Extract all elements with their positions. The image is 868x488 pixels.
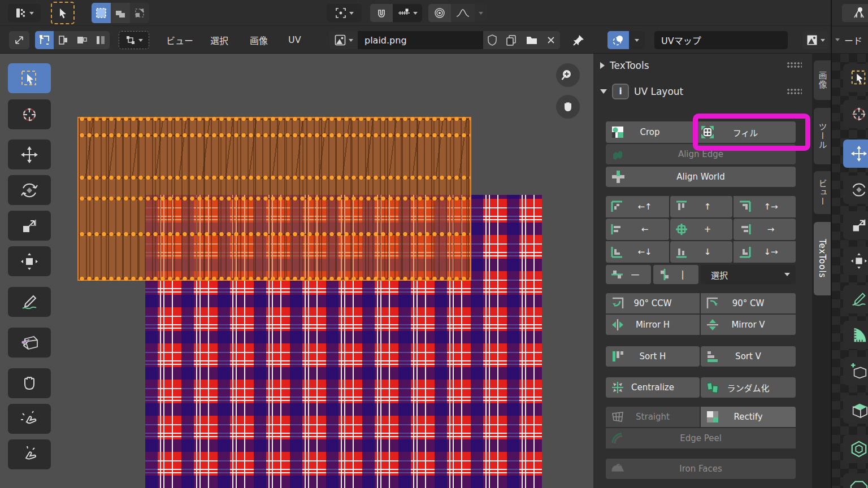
relax-brush-tool[interactable] bbox=[8, 404, 51, 434]
align-mode-dropdown[interactable]: 選択 bbox=[701, 265, 796, 284]
align-bottom-left-button[interactable]: ←↓ bbox=[606, 241, 669, 263]
uv-vertex-row[interactable] bbox=[79, 175, 470, 180]
uv-vertex-row[interactable] bbox=[79, 196, 470, 201]
align-edge-button[interactable]: Align Edge bbox=[606, 144, 796, 164]
vp-move-tool[interactable] bbox=[843, 140, 868, 168]
mode-label[interactable]: ード bbox=[844, 33, 862, 47]
uv-sync-select-toggle[interactable] bbox=[9, 31, 29, 49]
uv-select-island-button[interactable] bbox=[91, 31, 110, 49]
vp-annotate-tool[interactable] bbox=[843, 285, 868, 313]
open-image-button[interactable] bbox=[522, 31, 542, 49]
menu-image[interactable]: 画像 bbox=[246, 26, 271, 54]
vp-measure-tool[interactable] bbox=[843, 321, 868, 349]
vp-cursor-tool[interactable] bbox=[843, 100, 868, 128]
sticky-select-dropdown[interactable] bbox=[119, 31, 149, 49]
panel-grip-icon[interactable] bbox=[787, 62, 802, 68]
display-channels-dropdown[interactable] bbox=[802, 31, 828, 49]
vp-rotate-tool[interactable] bbox=[843, 176, 868, 204]
proportional-edit-toggle[interactable] bbox=[428, 4, 451, 22]
menu-uv[interactable]: UV bbox=[285, 26, 305, 54]
pan-gizmo[interactable] bbox=[556, 95, 580, 119]
mirror-h-button[interactable]: Mirror H bbox=[606, 315, 700, 335]
falloff-chevron[interactable] bbox=[475, 4, 487, 22]
active-tool-box[interactable] bbox=[51, 2, 75, 24]
vp-transform-tool[interactable] bbox=[843, 247, 868, 275]
overlays-toggle[interactable] bbox=[607, 31, 629, 49]
menu-select[interactable]: 選択 bbox=[207, 26, 232, 54]
pinch-brush-tool[interactable] bbox=[8, 439, 51, 469]
snap-with-dropdown[interactable] bbox=[393, 4, 422, 22]
panel-grip-icon[interactable] bbox=[787, 89, 802, 94]
overlays-dropdown[interactable] bbox=[629, 31, 645, 49]
align-top-left-button[interactable]: ←↑ bbox=[606, 196, 669, 217]
align-middle-horizontal-button[interactable]: — bbox=[606, 265, 651, 284]
vp-scale-tool[interactable] bbox=[843, 211, 868, 239]
unlink-image-button[interactable] bbox=[542, 31, 560, 49]
sort-h-button[interactable]: Sort H bbox=[606, 346, 700, 367]
align-right-button[interactable]: → bbox=[734, 219, 796, 240]
tab-tool[interactable]: ツール bbox=[814, 108, 831, 164]
scale-tool[interactable] bbox=[8, 211, 51, 241]
randomize-button[interactable]: ランダム化 bbox=[701, 377, 796, 398]
viewport-snap-button[interactable] bbox=[842, 4, 868, 22]
annotate-tool[interactable] bbox=[8, 287, 51, 317]
uv-select-edge-button[interactable] bbox=[54, 31, 72, 49]
editor-type-dropdown[interactable] bbox=[8, 4, 41, 22]
select-mode-subtract-button[interactable] bbox=[130, 3, 149, 23]
rotate-cw-button[interactable]: 90° CW bbox=[701, 293, 796, 313]
cursor-tool[interactable] bbox=[8, 99, 51, 129]
edge-peel-button[interactable]: Edge Peel bbox=[606, 428, 796, 448]
zoom-gizmo[interactable] bbox=[556, 63, 580, 87]
fill-button[interactable]: フィル bbox=[695, 121, 796, 143]
uv-vertex-row[interactable] bbox=[79, 116, 470, 121]
mirror-v-button[interactable]: Mirror V bbox=[701, 315, 796, 335]
uv-vertex-row[interactable] bbox=[79, 232, 470, 237]
grab-brush-tool[interactable] bbox=[8, 368, 51, 398]
panel-header-textools[interactable]: TexTools bbox=[600, 60, 649, 71]
select-mode-extend-button[interactable] bbox=[111, 3, 130, 23]
vp-add-cube-tool[interactable] bbox=[843, 357, 868, 385]
menu-view[interactable]: ビュー bbox=[163, 26, 197, 54]
align-left-button[interactable]: ← bbox=[606, 219, 669, 240]
tab-view[interactable]: ビュー bbox=[814, 171, 831, 214]
vp-bevel-tool[interactable] bbox=[843, 473, 868, 488]
uv-vertex-row[interactable] bbox=[79, 133, 470, 138]
fake-user-button[interactable] bbox=[483, 31, 501, 49]
rip-region-tool[interactable] bbox=[8, 328, 51, 358]
tab-image[interactable]: 画像 bbox=[814, 60, 831, 100]
snap-toggle[interactable] bbox=[370, 4, 393, 22]
straight-button[interactable]: Straight bbox=[606, 407, 700, 427]
crop-button[interactable]: Crop bbox=[606, 121, 694, 143]
uv-select-vertex-button[interactable] bbox=[35, 31, 54, 49]
image-name-field[interactable]: plaid.png bbox=[358, 31, 483, 49]
align-top-button[interactable]: ↑ bbox=[670, 196, 732, 217]
tweak-select-tool[interactable] bbox=[8, 63, 51, 93]
uv-select-face-button[interactable] bbox=[72, 31, 91, 49]
vp-select-tool[interactable] bbox=[843, 64, 868, 92]
iron-faces-button[interactable]: Iron Faces bbox=[606, 459, 796, 479]
uv-map-field[interactable]: UVマップ bbox=[654, 31, 788, 49]
rectify-button[interactable]: Rectify bbox=[701, 407, 796, 427]
uv-island-mesh[interactable] bbox=[77, 117, 471, 281]
falloff-dropdown[interactable] bbox=[451, 4, 475, 22]
align-middle-vertical-button[interactable]: | bbox=[653, 265, 698, 284]
rotate-tool[interactable] bbox=[8, 175, 51, 205]
sort-v-button[interactable]: Sort V bbox=[701, 346, 796, 367]
move-tool[interactable] bbox=[8, 140, 51, 169]
tab-textools[interactable]: TexTools bbox=[814, 222, 831, 295]
align-center-button[interactable]: + bbox=[670, 219, 732, 240]
align-top-right-button[interactable]: ↑→ bbox=[734, 196, 796, 217]
align-world-button[interactable]: Align World bbox=[606, 167, 796, 187]
vp-extrude-tool[interactable] bbox=[843, 395, 868, 424]
uv-vertex-row[interactable] bbox=[79, 276, 470, 281]
vp-inset-tool[interactable] bbox=[843, 435, 868, 463]
transform-tool[interactable] bbox=[8, 246, 51, 276]
align-bottom-right-button[interactable]: ↓→ bbox=[734, 241, 796, 263]
rotate-ccw-button[interactable]: 90° CCW bbox=[606, 293, 700, 313]
image-browse-dropdown[interactable] bbox=[329, 31, 358, 49]
centralize-button[interactable]: Centralize bbox=[606, 377, 700, 398]
pin-button[interactable] bbox=[568, 31, 589, 49]
new-image-button[interactable] bbox=[501, 31, 522, 49]
align-bottom-button[interactable]: ↓ bbox=[670, 241, 732, 263]
select-mode-new-button[interactable] bbox=[92, 3, 111, 23]
